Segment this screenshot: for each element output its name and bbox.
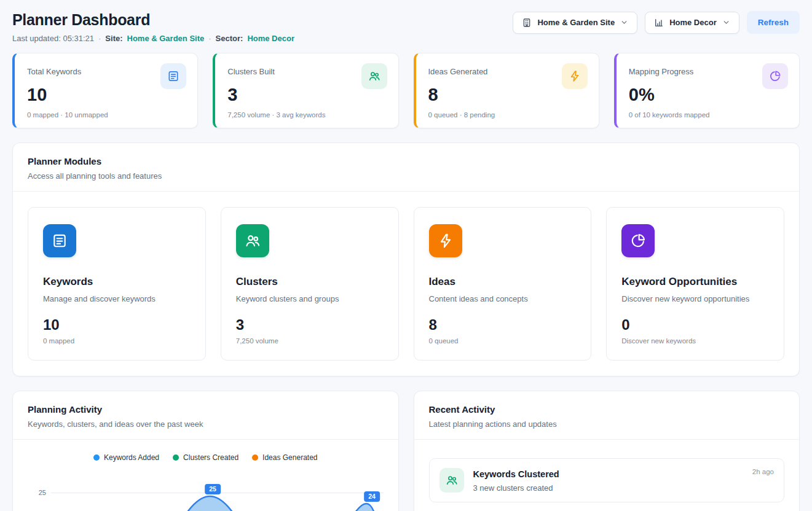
stat-footnote: 7,250 volume · 3 avg keywords: [227, 111, 385, 119]
building-icon: [522, 18, 532, 28]
sector-label: Sector:: [216, 34, 243, 43]
module-title: Ideas: [429, 276, 577, 288]
planning-activity-head: Planning Activity Keywords, clusters, an…: [13, 391, 398, 439]
meta-separator: ·: [98, 34, 101, 43]
sector-selector-dropdown[interactable]: Home Decor: [645, 12, 739, 34]
planning-activity-panel: Planning Activity Keywords, clusters, an…: [12, 391, 399, 511]
legend-label: Keywords Added: [104, 453, 159, 462]
module-description: Content ideas and concepts: [429, 294, 577, 303]
panel-title: Planning Activity: [28, 404, 384, 415]
module-value: 10: [43, 316, 191, 334]
meta-separator: ·: [208, 34, 211, 43]
activity-description: 3 new clusters created: [473, 483, 559, 493]
legend-dot-orange: [252, 454, 258, 461]
planner-modules-head: Planner Modules Access all planning tool…: [13, 143, 799, 191]
data-point-label: 24: [364, 491, 380, 502]
site-selector-dropdown[interactable]: Home & Garden Site: [513, 12, 637, 34]
stat-value: 0%: [629, 85, 787, 105]
panel-subtitle: Access all planning tools and features: [28, 171, 784, 181]
bar-chart-icon: [654, 18, 664, 28]
document-icon: [43, 224, 76, 257]
stat-value: 8: [428, 85, 586, 105]
recent-activity-panel: Recent Activity Latest planning actions …: [414, 391, 800, 511]
module-card-keyword-opportunities[interactable]: Keyword Opportunities Discover new keywo…: [606, 207, 784, 361]
legend-dot-green: [173, 454, 179, 461]
activity-item-keywords-clustered: Keywords Clustered 3 new clusters create…: [429, 458, 785, 502]
users-icon: [236, 224, 269, 257]
stat-footnote: 0 mapped · 10 unmapped: [27, 111, 185, 119]
activity-list: Keywords Clustered 3 new clusters create…: [414, 440, 800, 511]
stat-footnote: 0 of 10 keywords mapped: [629, 111, 787, 119]
chevron-down-icon: [620, 18, 628, 26]
header-controls: Home & Garden Site Home Decor Refresh: [513, 11, 800, 34]
pie-chart-icon: [762, 63, 788, 89]
legend-label: Ideas Generated: [262, 453, 317, 462]
divider: [13, 439, 398, 440]
site-selector-value: Home & Garden Site: [537, 18, 615, 27]
stats-row: Total Keywords 10 0 mapped · 10 unmapped…: [12, 53, 800, 128]
panel-title: Planner Modules: [28, 156, 784, 166]
recent-activity-head: Recent Activity Latest planning actions …: [414, 391, 800, 439]
module-description: Manage and discover keywords: [43, 294, 191, 303]
module-value: 3: [236, 316, 384, 334]
module-description: Discover new keyword opportunities: [621, 294, 769, 303]
stat-footnote: 0 queued · 8 pending: [428, 111, 586, 119]
panel-subtitle: Latest planning actions and updates: [429, 419, 785, 429]
module-card-keywords[interactable]: Keywords Manage and discover keywords 10…: [28, 207, 206, 361]
legend-item-clusters-created: Clusters Created: [173, 453, 238, 462]
panel-subtitle: Keywords, clusters, and ideas over the p…: [28, 419, 384, 429]
lightning-icon: [562, 63, 588, 89]
planning-activity-chart: 25 25 24: [23, 473, 388, 511]
module-footnote: Discover new keywords: [621, 337, 769, 345]
module-footnote: 0 mapped: [43, 337, 191, 345]
module-card-clusters[interactable]: Clusters Keyword clusters and groups 3 7…: [221, 207, 399, 361]
planner-modules-panel: Planner Modules Access all planning tool…: [12, 142, 800, 376]
stat-value: 10: [27, 85, 185, 105]
module-footnote: 7,250 volume: [236, 337, 384, 345]
chart-legend: Keywords Added Clusters Created Ideas Ge…: [13, 453, 398, 462]
module-title: Keywords: [43, 276, 191, 288]
module-card-ideas[interactable]: Ideas Content ideas and concepts 8 0 que…: [414, 207, 592, 361]
data-point-label: 25: [205, 484, 221, 494]
modules-grid: Keywords Manage and discover keywords 10…: [13, 192, 799, 376]
legend-item-keywords-added: Keywords Added: [93, 453, 159, 462]
module-title: Keyword Opportunities: [621, 276, 769, 288]
stat-card-ideas-generated: Ideas Generated 8 0 queued · 8 pending: [414, 53, 599, 128]
meta-line: Last updated: 05:31:21 · Site: Home & Ga…: [12, 34, 294, 43]
stat-card-total-keywords: Total Keywords 10 0 mapped · 10 unmapped: [12, 53, 198, 128]
legend-item-ideas-generated: Ideas Generated: [252, 453, 317, 462]
legend-label: Clusters Created: [183, 453, 238, 462]
activity-title: Keywords Clustered: [473, 469, 559, 479]
refresh-button[interactable]: Refresh: [747, 11, 800, 34]
users-icon: [440, 468, 464, 493]
module-title: Clusters: [236, 276, 384, 288]
panel-title: Recent Activity: [429, 404, 785, 415]
module-value: 8: [429, 316, 577, 334]
header-left: Planner Dashboard Last updated: 05:31:21…: [12, 11, 294, 43]
page-title: Planner Dashboard: [12, 11, 294, 29]
header: Planner Dashboard Last updated: 05:31:21…: [12, 11, 800, 43]
activity-timestamp: 2h ago: [752, 468, 774, 475]
stat-value: 3: [227, 85, 385, 105]
sector-link[interactable]: Home Decor: [247, 34, 294, 43]
module-footnote: 0 queued: [429, 337, 577, 345]
activity-text: Keywords Clustered 3 new clusters create…: [473, 468, 559, 493]
users-icon: [361, 63, 387, 89]
site-link[interactable]: Home & Garden Site: [127, 34, 205, 43]
module-value: 0: [621, 316, 769, 334]
module-description: Keyword clusters and groups: [236, 294, 384, 303]
document-icon: [160, 63, 186, 89]
bottom-row: Planning Activity Keywords, clusters, an…: [12, 376, 800, 511]
planner-dashboard-page: Planner Dashboard Last updated: 05:31:21…: [0, 0, 812, 511]
sector-selector-value: Home Decor: [669, 18, 717, 27]
stat-card-clusters-built: Clusters Built 3 7,250 volume · 3 avg ke…: [213, 53, 398, 128]
chevron-down-icon: [722, 18, 730, 26]
legend-dot-blue: [93, 454, 100, 461]
stat-card-mapping-progress: Mapping Progress 0% 0 of 10 keywords map…: [614, 53, 800, 128]
site-label: Site:: [105, 34, 122, 43]
pie-chart-icon: [621, 224, 655, 257]
lightning-icon: [429, 224, 462, 257]
y-axis-tick: 25: [23, 489, 46, 496]
last-updated-text: Last updated: 05:31:21: [12, 34, 94, 43]
